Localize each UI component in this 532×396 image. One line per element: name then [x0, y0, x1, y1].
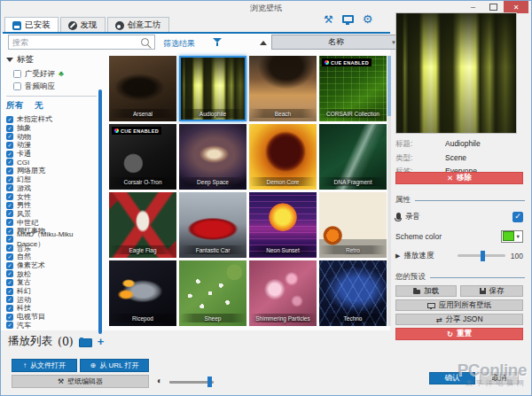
checkbox[interactable] — [6, 125, 13, 132]
volume-slider[interactable] — [169, 381, 214, 384]
checkbox[interactable] — [6, 176, 13, 183]
globe-icon: ⊕ — [90, 361, 97, 369]
sort-dropdown[interactable]: 名称 ▼ — [271, 35, 401, 50]
checkbox[interactable] — [6, 202, 13, 209]
workshop-icon — [115, 21, 124, 30]
wallpaper-tile[interactable]: Arsenal — [109, 56, 176, 121]
tab[interactable]: 已安装 — [4, 17, 59, 33]
discover-icon — [68, 21, 77, 30]
wallpaper-tile[interactable]: Retro — [319, 192, 387, 258]
detail-value: Scene — [445, 153, 466, 164]
wallpaper-tile[interactable]: Ricepod — [109, 260, 176, 326]
special-tag-item[interactable]: 音频响应 — [13, 82, 97, 91]
share-json-button[interactable]: ⇄ 分享 JSON — [395, 314, 523, 325]
checkbox[interactable] — [6, 322, 13, 329]
checkbox[interactable] — [6, 314, 13, 321]
checkbox[interactable] — [6, 288, 13, 295]
filter-funnel-icon[interactable] — [213, 38, 222, 46]
apply-all-button[interactable]: 应用到所有壁纸 — [395, 299, 523, 311]
checkbox[interactable] — [6, 236, 13, 243]
open-playlist-folder-icon[interactable] — [79, 338, 92, 347]
special-tag-label: 广受好评 — [25, 69, 55, 80]
wallpaper-tile[interactable]: Neon Sunset — [249, 192, 317, 258]
share-icon: ⇄ — [435, 315, 442, 324]
wallpaper-tile[interactable]: Shimmering Particles — [249, 260, 317, 326]
grid-scrollbar-thumb[interactable] — [387, 56, 391, 116]
checkbox[interactable] — [6, 133, 13, 140]
rated-icon: ♣ — [59, 70, 64, 78]
upload-icon: ↑ — [23, 361, 27, 369]
save-preset-button[interactable]: 保存 — [460, 285, 523, 297]
playback-speed-row: ▶ 播放速度 100 — [395, 249, 523, 262]
confirm-button[interactable]: 确认 — [429, 372, 475, 384]
checkbox[interactable] — [6, 167, 13, 175]
wallpaper-tile[interactable]: Deep Space — [179, 124, 246, 190]
tab[interactable]: 发现 — [60, 17, 106, 33]
checkbox[interactable] — [6, 245, 13, 252]
wallpaper-tile[interactable]: Sheep — [179, 260, 246, 326]
checkbox[interactable] — [6, 193, 13, 200]
collapse-icon — [6, 58, 13, 62]
checkbox[interactable] — [6, 142, 13, 149]
wallpaper-tile[interactable]: Fantastic Car — [179, 192, 246, 258]
wallpaper-editor-button[interactable]: ⚒ 壁纸编辑器 — [12, 375, 149, 388]
select-none-link[interactable]: 无 — [35, 100, 43, 112]
wallpaper-tile[interactable]: DNA Fragment — [319, 124, 387, 190]
speed-slider[interactable] — [458, 254, 505, 257]
tags-section-header[interactable]: 标签 — [6, 54, 97, 66]
cancel-button[interactable]: 取消 — [480, 372, 519, 384]
add-playlist-button[interactable]: + — [98, 335, 105, 348]
checkbox[interactable] — [6, 296, 13, 303]
open-from-file-button[interactable]: ↑ 从文件打开 — [12, 359, 77, 372]
cue-enabled-badge: CUE ENABLED — [112, 127, 161, 135]
checkbox[interactable] — [6, 159, 13, 166]
checkbox[interactable] — [6, 210, 13, 217]
checkbox[interactable] — [6, 305, 13, 312]
load-preset-button[interactable]: 加载 — [395, 285, 457, 297]
wallpaper-tile[interactable]: Audiophile — [179, 56, 246, 121]
wallpaper-tile[interactable]: Beach — [249, 56, 317, 121]
tag-checkbox-item[interactable]: 卡通 — [6, 150, 97, 159]
wallpaper-tile[interactable]: CUE ENABLED Corsair O-Tron — [109, 124, 176, 190]
volume-slider-handle[interactable] — [207, 377, 212, 387]
wallpaper-title: Neon Sunset — [249, 245, 317, 254]
checkbox[interactable] — [6, 262, 13, 269]
speed-slider-handle[interactable] — [481, 251, 485, 261]
checkbox[interactable] — [13, 82, 21, 90]
wallpaper-tile[interactable]: CUE ENABLED CORSAIR Collection — [319, 56, 387, 121]
reset-button[interactable]: ↻ 重置 — [395, 328, 523, 340]
checkbox[interactable] — [6, 279, 13, 286]
special-tag-item[interactable]: 广受好评 ♣ — [13, 69, 97, 79]
open-from-url-button[interactable]: ⊕ 从 URL 打开 — [80, 359, 149, 372]
installed-icon — [12, 21, 21, 30]
tools-icon[interactable]: ⚒ — [324, 14, 333, 25]
grid-scrollbar[interactable] — [387, 56, 391, 326]
wallpaper-tile[interactable]: Techno — [319, 260, 387, 326]
checkbox[interactable] — [13, 70, 21, 78]
wallpaper-tile[interactable]: Demon Core — [249, 124, 317, 190]
brightness-icon: ◐ — [157, 376, 162, 385]
audio-checkbox[interactable] — [512, 212, 523, 222]
scheme-color-picker[interactable]: ▼ — [501, 230, 523, 243]
remove-button[interactable]: ✕ 移除 — [395, 172, 523, 184]
checkbox[interactable] — [6, 253, 13, 260]
sidebar-scrollbar[interactable] — [98, 89, 102, 334]
settings-gear-icon[interactable]: ⚙ — [363, 13, 373, 25]
search-input[interactable] — [8, 35, 155, 50]
display-icon[interactable] — [342, 15, 354, 23]
wallpaper-tile[interactable]: Eagle Flag — [109, 192, 176, 258]
checkbox[interactable] — [6, 219, 13, 226]
checkbox[interactable] — [6, 151, 13, 158]
checkbox[interactable] — [6, 270, 13, 277]
cue-enabled-badge: CUE ENABLED — [322, 58, 372, 66]
select-all-link[interactable]: 所有 — [6, 100, 23, 112]
checkbox[interactable] — [6, 184, 13, 191]
checkbox[interactable] — [6, 228, 13, 235]
checkbox[interactable] — [6, 116, 13, 123]
filter-results-label: 筛选结果 — [163, 38, 195, 50]
wallpaper-browser-window: 浏览壁纸 – ✕ 已安装 发现 创意工坊 ⚒ ⚙ — [0, 0, 532, 396]
wallpaper-title: Ricepod — [109, 314, 176, 322]
tag-checkbox-item[interactable]: 汽车 — [6, 322, 97, 330]
sort-ascending-icon[interactable] — [260, 41, 267, 45]
tab[interactable]: 创意工坊 — [107, 17, 169, 33]
